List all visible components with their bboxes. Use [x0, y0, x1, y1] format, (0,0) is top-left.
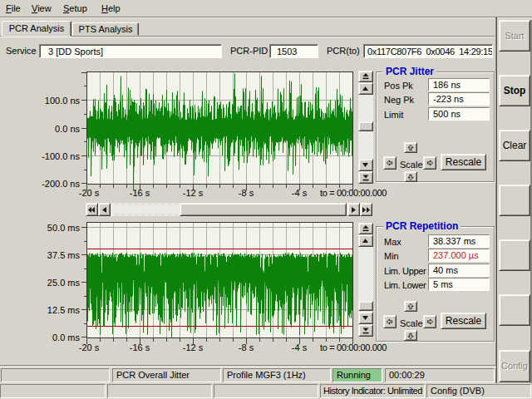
svg-text:-100.0 ns: -100.0 ns	[42, 151, 80, 161]
svg-text:0.0 ns: 0.0 ns	[55, 124, 80, 134]
svg-text:12.5 ms: 12.5 ms	[47, 305, 81, 315]
svg-text:50.0 ms: 50.0 ms	[47, 223, 81, 233]
svg-text:-8 s: -8 s	[239, 342, 254, 352]
svg-text:to = 00:00:00.000: to = 00:00:00.000	[320, 342, 387, 352]
svg-text:0.0 ms: 0.0 ms	[52, 332, 81, 342]
svg-text:-12 s: -12 s	[183, 342, 204, 352]
svg-text:-4 s: -4 s	[292, 188, 308, 198]
svg-text:100.0 ns: 100.0 ns	[45, 96, 81, 106]
svg-text:-12 s: -12 s	[183, 188, 204, 198]
svg-text:-8 s: -8 s	[239, 188, 254, 198]
svg-text:to = 00:00:00.000: to = 00:00:00.000	[320, 188, 387, 198]
svg-text:-4 s: -4 s	[292, 342, 308, 352]
svg-text:-20 s: -20 s	[79, 342, 100, 352]
svg-text:25.0 ms: 25.0 ms	[47, 278, 81, 288]
svg-text:-16 s: -16 s	[130, 188, 150, 198]
svg-text:37.5 ms: 37.5 ms	[47, 250, 81, 260]
svg-text:-20 s: -20 s	[79, 188, 100, 198]
svg-text:-200.0 ns: -200.0 ns	[42, 179, 80, 189]
svg-text:-16 s: -16 s	[130, 342, 150, 352]
